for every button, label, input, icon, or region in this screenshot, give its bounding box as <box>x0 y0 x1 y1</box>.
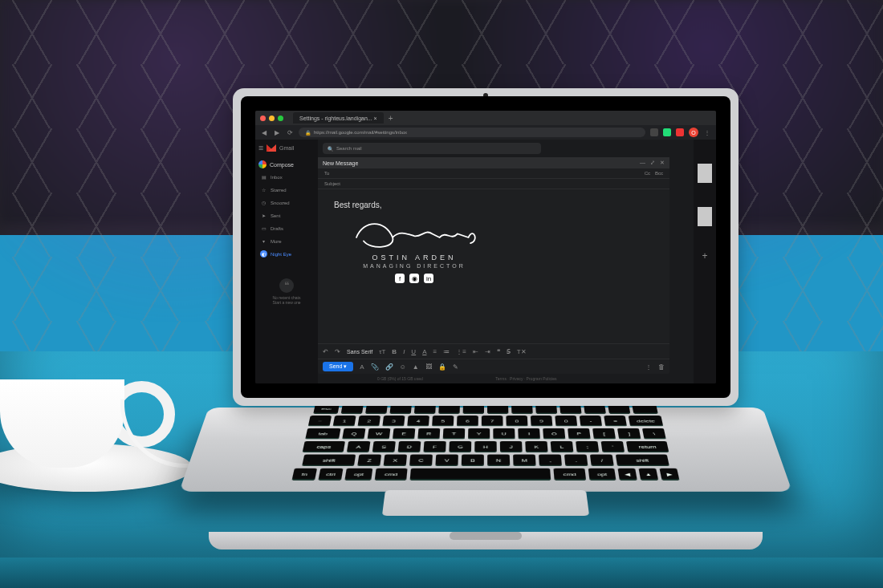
sidebar-item-drafts[interactable]: ▭Drafts <box>258 224 315 233</box>
underline-icon[interactable]: U <box>411 348 416 355</box>
search-placeholder: Search mail <box>336 146 362 151</box>
profile-avatar[interactable]: O <box>689 128 698 137</box>
extension-icon[interactable] <box>676 128 684 136</box>
bold-icon[interactable]: B <box>392 348 397 355</box>
sidebar-item-snoozed[interactable]: ◷Snoozed <box>258 198 315 207</box>
close-icon[interactable]: ✕ <box>660 160 665 166</box>
sidebar-item-sent[interactable]: ➤Sent <box>258 211 315 220</box>
list-ol-icon[interactable]: ≔ <box>443 348 450 355</box>
lock-icon: 🔒 <box>305 130 311 136</box>
facebook-icon[interactable]: f <box>395 274 405 283</box>
sidebar-item-starred[interactable]: ☆Starred <box>258 185 315 194</box>
rail-add-icon[interactable]: + <box>702 250 707 262</box>
confidential-icon[interactable]: 🔒 <box>438 363 446 371</box>
compose-title: New Message <box>323 160 358 166</box>
clock-icon: ◷ <box>260 199 267 206</box>
minimize-icon[interactable]: — <box>640 160 645 166</box>
redo-icon[interactable]: ↷ <box>335 348 340 355</box>
expand-icon[interactable]: ⤢ <box>650 160 655 166</box>
attach-icon[interactable]: 📎 <box>371 363 379 371</box>
drive-icon[interactable]: ▲ <box>413 363 419 371</box>
compose-body[interactable]: Best regards, OSTIN ARDEN MANAGING DIREC… <box>318 189 669 343</box>
compose-window: New Message — ⤢ ✕ To Cc <box>318 157 669 374</box>
hangouts-empty: ❝ No recent chats Start a new one <box>258 278 315 305</box>
linkedin-icon[interactable]: in <box>424 274 433 283</box>
instagram-icon[interactable]: ◉ <box>409 274 419 283</box>
sidebar-item-inbox[interactable]: ▤Inbox <box>258 172 315 181</box>
url-text: https://mail.google.com/mail/#settings/i… <box>314 130 407 135</box>
footer-links[interactable]: Terms · Privacy · Program Policies <box>495 376 556 381</box>
menu-icon[interactable]: ⋮ <box>703 128 711 136</box>
chevron-down-icon: ▾ <box>260 237 267 245</box>
send-icon: ➤ <box>260 212 267 219</box>
italic-icon[interactable]: I <box>403 348 405 355</box>
link-icon[interactable]: 🔗 <box>385 363 393 371</box>
plus-icon <box>258 160 267 168</box>
tab-title: Settings - righteus.landigan... × <box>299 116 377 121</box>
format-toggle-icon[interactable]: A <box>360 363 364 371</box>
bcc-button[interactable]: Bcc <box>655 171 663 176</box>
greeting-text: Best regards, <box>334 201 653 209</box>
back-icon[interactable]: ◀ <box>260 128 268 136</box>
extension-icon[interactable] <box>663 128 671 136</box>
gmail-icon <box>267 144 276 152</box>
signature-image <box>342 216 486 252</box>
sidebar-item-more[interactable]: ▾More <box>258 237 315 245</box>
star-icon: ☆ <box>260 186 267 193</box>
window-maximize-icon[interactable] <box>278 116 283 121</box>
list-ul-icon[interactable]: ⋮≡ <box>456 348 466 355</box>
cc-button[interactable]: Cc <box>645 171 650 176</box>
emoji-icon[interactable]: ☺ <box>400 363 406 371</box>
screen: Settings - righteus.landigan... × + ◀ ▶ … <box>255 111 716 383</box>
font-select[interactable]: Sans Serif <box>347 349 372 355</box>
new-tab-button[interactable]: + <box>389 114 393 123</box>
search-input[interactable]: 🔍 Search mail <box>323 143 541 154</box>
font-size-icon[interactable]: τT <box>379 348 385 355</box>
laptop-keyboard: esc ~1234567890-=delete tabQWERTYUIOP[]\… <box>222 403 749 463</box>
reload-icon[interactable]: ⟳ <box>286 128 294 136</box>
to-field[interactable]: To Cc Bcc <box>318 168 669 179</box>
extension-icon[interactable] <box>650 128 658 136</box>
signature-name: OSTIN ARDEN <box>342 253 486 262</box>
align-icon[interactable]: ≡ <box>433 348 437 355</box>
image-icon[interactable]: 🖼 <box>425 363 432 371</box>
compose-button[interactable]: Compose <box>258 160 315 168</box>
trash-icon[interactable]: 🗑 <box>658 363 665 371</box>
forward-icon[interactable]: ▶ <box>273 128 281 136</box>
quote-icon[interactable]: ❝ <box>497 348 500 355</box>
rail-addon[interactable] <box>698 207 712 226</box>
window-minimize-icon[interactable] <box>269 116 275 121</box>
inbox-icon: ▤ <box>260 173 267 180</box>
format-toolbar: ↶ ↷ Sans Serif τT B I U A ≡ ≔ ⋮≡ <box>318 343 669 359</box>
rail-addon[interactable] <box>698 164 712 183</box>
gmail-logo[interactable]: ☰ Gmail <box>258 144 315 152</box>
gmail-footer: 0 GB (0%) of 15 GB used Terms · Privacy … <box>318 374 694 383</box>
trackpad <box>382 490 589 516</box>
clear-format-icon[interactable]: T✕ <box>517 348 527 355</box>
gmail-sidebar: ☰ Gmail Compose ▤Inbox ☆Starred ◷Snoozed… <box>255 140 318 383</box>
send-button[interactable]: Send ▾ <box>323 362 353 371</box>
indent-more-icon[interactable]: ⇥ <box>485 348 490 355</box>
window-close-icon[interactable] <box>260 116 266 121</box>
nighteye-icon: ◐ <box>260 250 267 258</box>
storage-text: 0 GB (0%) of 15 GB used <box>377 376 423 381</box>
browser-tab[interactable]: Settings - righteus.landigan... × <box>293 112 384 124</box>
undo-icon[interactable]: ↶ <box>323 348 328 355</box>
hangouts-icon[interactable]: ❝ <box>279 278 294 293</box>
browser-tab-bar: Settings - righteus.landigan... × + <box>255 111 716 125</box>
browser-toolbar: ◀ ▶ ⟳ 🔒 https://mail.google.com/mail/#se… <box>255 125 716 140</box>
search-icon: 🔍 <box>328 146 333 152</box>
signature-title: MANAGING DIRECTOR <box>342 263 486 269</box>
more-options-icon[interactable]: ⋮ <box>645 363 652 371</box>
laptop-lid: Settings - righteus.landigan... × + ◀ ▶ … <box>233 88 739 406</box>
address-bar[interactable]: 🔒 https://mail.google.com/mail/#settings… <box>299 128 645 137</box>
strike-icon[interactable]: S̶ <box>507 348 511 355</box>
right-rail: + <box>694 140 716 383</box>
text-color-icon[interactable]: A <box>422 348 426 355</box>
indent-less-icon[interactable]: ⇤ <box>473 348 478 355</box>
pen-icon[interactable]: ✎ <box>453 363 458 371</box>
subject-field[interactable]: Subject <box>318 179 669 189</box>
sidebar-item-nighteye[interactable]: ◐Night Eye <box>258 249 315 258</box>
file-icon: ▭ <box>260 225 267 232</box>
